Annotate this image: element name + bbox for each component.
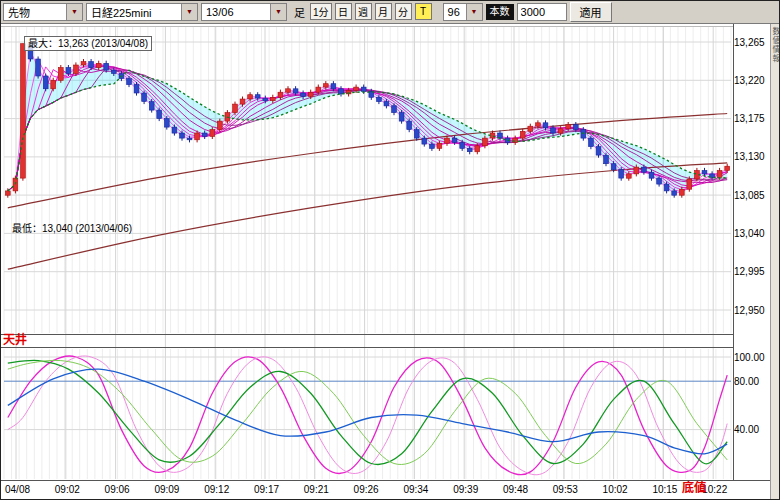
bar-count-value: 96 bbox=[444, 4, 466, 20]
chevron-down-icon[interactable]: ▼ bbox=[66, 4, 82, 20]
time-axis-label: 09:12 bbox=[204, 484, 229, 495]
oscillator-axis-label: 80.00 bbox=[734, 376, 759, 387]
chevron-down-icon[interactable]: ▼ bbox=[181, 4, 197, 20]
time-axis-label: 09:06 bbox=[105, 484, 130, 495]
contract-month-value: 13/06 bbox=[202, 4, 270, 20]
chevron-down-icon[interactable]: ▼ bbox=[270, 4, 286, 20]
time-axis-label: 09:02 bbox=[55, 484, 80, 495]
count-input[interactable] bbox=[517, 3, 567, 21]
time-axis-label: 09:09 bbox=[154, 484, 179, 495]
time-axis-label: 09:34 bbox=[403, 484, 428, 495]
market-select-value: 先物 bbox=[4, 4, 66, 20]
oscillator-axis-label: 100.00 bbox=[734, 352, 765, 363]
side-strip-label: 数値情報 bbox=[770, 27, 780, 500]
instrument-select[interactable]: 日経225mini ▼ bbox=[86, 3, 198, 21]
max-price-annotation: 最大：13,263 (2013/04/08) bbox=[24, 36, 152, 51]
price-axis-label: 13,175 bbox=[734, 113, 765, 124]
oscillator-axis-label: 40.00 bbox=[734, 424, 759, 435]
price-axis-label: 13,220 bbox=[734, 75, 765, 86]
count-label: 本数 bbox=[486, 4, 514, 20]
period-month-button[interactable]: 月 bbox=[375, 3, 392, 20]
chevron-down-icon[interactable]: ▼ bbox=[466, 4, 482, 20]
bar-type-label: 足 bbox=[294, 4, 305, 20]
time-axis-label: 09:26 bbox=[354, 484, 379, 495]
market-select[interactable]: 先物 ▼ bbox=[3, 3, 83, 21]
price-axis-label: 12,995 bbox=[734, 266, 765, 277]
period-minute-button[interactable]: 分 bbox=[395, 3, 412, 20]
time-axis-label: 09:48 bbox=[503, 484, 528, 495]
price-axis-label: 13,040 bbox=[734, 228, 765, 239]
toolbar: 先物 ▼ 日経225mini ▼ 13/06 ▼ 足 1分 日 週 月 分 T … bbox=[0, 0, 780, 24]
instrument-select-value: 日経225mini bbox=[87, 4, 181, 20]
price-axis-label: 13,085 bbox=[734, 190, 765, 201]
period-day-button[interactable]: 日 bbox=[335, 3, 352, 20]
time-axis-label: 09:53 bbox=[553, 484, 578, 495]
price-axis-label: 12,950 bbox=[734, 305, 765, 316]
time-axis-label: 10:22 bbox=[702, 484, 727, 495]
tick-button[interactable]: T bbox=[415, 3, 432, 20]
price-axis-label: 13,130 bbox=[734, 151, 765, 162]
time-axis-label: 10:15 bbox=[652, 484, 677, 495]
bar-count-select[interactable]: 96 ▼ bbox=[443, 3, 483, 21]
chart-window: 13,26513,22013,17513,13013,08513,04012,9… bbox=[0, 0, 780, 500]
bottom-price-label: 底値 bbox=[682, 482, 706, 495]
min-price-annotation: 最低：13,040 (2013/04/06) bbox=[12, 220, 132, 235]
time-axis-label: 10:02 bbox=[603, 484, 628, 495]
period-week-button[interactable]: 週 bbox=[355, 3, 372, 20]
side-info-strip[interactable]: 数値情報 bbox=[770, 24, 780, 500]
time-axis-label: 09:39 bbox=[453, 484, 478, 495]
time-axis-label: 09:17 bbox=[254, 484, 279, 495]
price-axis-label: 13,265 bbox=[734, 37, 765, 48]
time-axis-label: 04/08 bbox=[5, 484, 30, 495]
period-1min-button[interactable]: 1分 bbox=[310, 3, 332, 20]
contract-month-select[interactable]: 13/06 ▼ bbox=[201, 3, 287, 21]
chart-canvas[interactable]: 13,26513,22013,17513,13013,08513,04012,9… bbox=[0, 0, 780, 500]
ceiling-label: 天井 bbox=[3, 334, 27, 347]
time-axis-label: 09:21 bbox=[304, 484, 329, 495]
osc-axis-labels: 100.0080.0040.00 bbox=[734, 352, 765, 436]
apply-button[interactable]: 適用 bbox=[570, 2, 612, 22]
